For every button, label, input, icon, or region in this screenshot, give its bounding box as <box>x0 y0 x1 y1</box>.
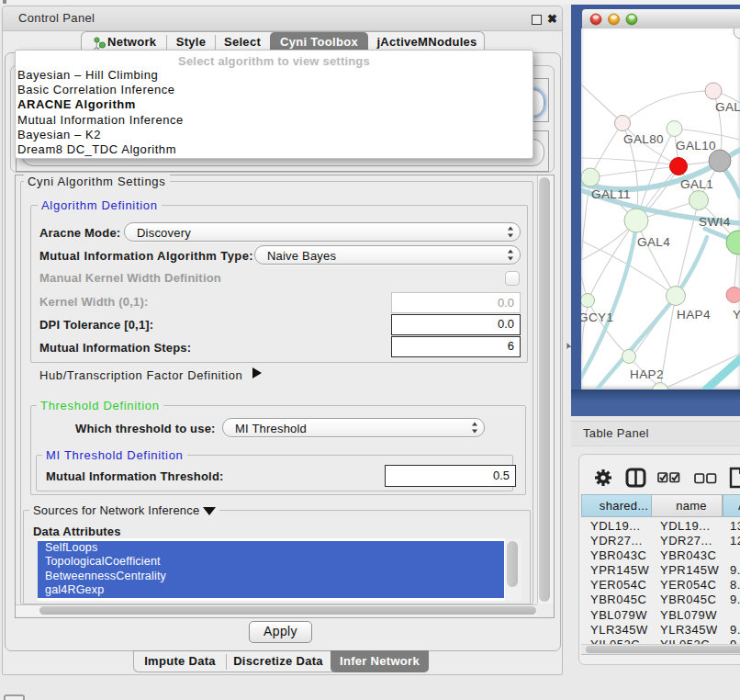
svg-text:Y: Y <box>733 308 740 322</box>
svg-text:GAL11: GAL11 <box>591 187 631 201</box>
svg-text:GAL1: GAL1 <box>680 177 713 191</box>
svg-text:GCY1: GCY1 <box>581 310 613 324</box>
svg-text:GAL80: GAL80 <box>623 132 664 146</box>
svg-text:SWI4: SWI4 <box>699 215 731 229</box>
svg-text:GAL: GAL <box>715 100 740 114</box>
svg-text:GAL10: GAL10 <box>676 139 716 152</box>
svg-text:HAP4: HAP4 <box>677 308 711 322</box>
svg-text:HAP2: HAP2 <box>630 367 664 381</box>
svg-text:GAL4: GAL4 <box>637 235 670 249</box>
